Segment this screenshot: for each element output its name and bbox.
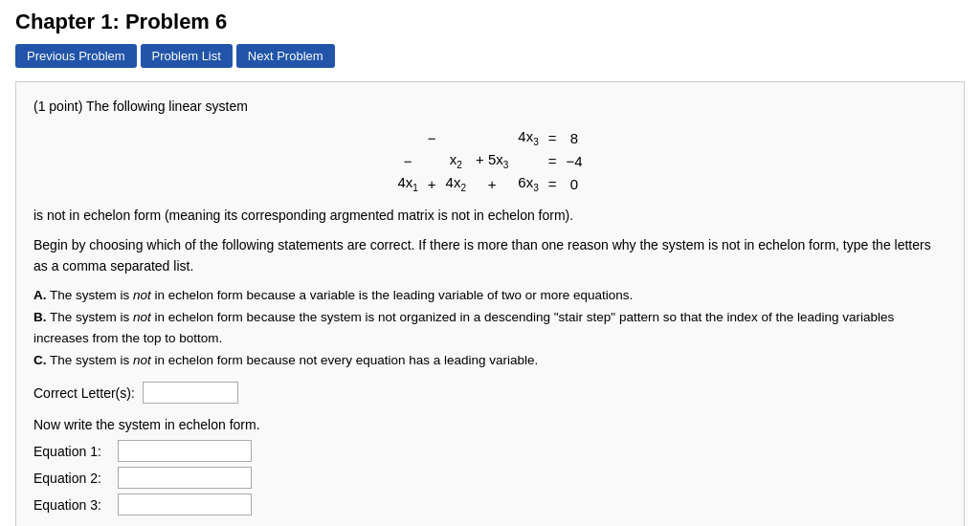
correct-letters-row: Correct Letter(s): xyxy=(33,382,947,404)
eq3-col2: 4x2 xyxy=(441,172,471,195)
problem-container: (1 point) The following linear system − … xyxy=(15,81,965,526)
choice-a-not: not xyxy=(133,288,151,302)
equation-3-input[interactable] xyxy=(118,493,252,515)
equation-1-input[interactable] xyxy=(118,440,252,462)
linear-system: − 4x3 = 8 − x2 + 5x3 = −4 4x1 + 4x2 + xyxy=(33,126,947,195)
eq1-col3: 4x3 xyxy=(513,126,543,149)
problem-intro: (1 point) The following linear system xyxy=(33,96,947,117)
echelon-section: Now write the system in echelon form. Eq… xyxy=(33,417,947,515)
eq2-op2: + 5x3 xyxy=(471,149,513,172)
equation-1-label: Equation 1: xyxy=(33,444,110,459)
eq2-col2: x2 xyxy=(441,149,471,172)
eq3-eq: = xyxy=(544,172,562,195)
eq1-col1 xyxy=(392,126,422,149)
choice-a-letter: A. xyxy=(33,288,47,302)
eq1-eq: = xyxy=(544,126,562,149)
equation-3-row: Equation 3: xyxy=(33,493,947,515)
choice-a: A. The system is not in echelon form bec… xyxy=(33,285,947,307)
choice-c-not: not xyxy=(133,353,151,367)
eq2-col3 xyxy=(513,149,543,172)
eq1-col2 xyxy=(441,126,471,149)
eq2-eq: = xyxy=(544,149,562,172)
equation-1-row: Equation 1: xyxy=(33,440,947,462)
eq2-op1 xyxy=(423,149,441,172)
not-echelon-text: is not in echelon form (meaning its corr… xyxy=(33,205,947,226)
eq3-rhs: 0 xyxy=(561,172,587,195)
eq1-op2 xyxy=(471,126,513,149)
choice-b-not: not xyxy=(133,310,151,324)
eq3-op1: + xyxy=(423,172,441,195)
eq3-col3: 6x3 xyxy=(513,172,543,195)
previous-problem-button[interactable]: Previous Problem xyxy=(15,44,137,68)
equation-2-row: Equation 2: xyxy=(33,467,947,489)
eq2-rhs: −4 xyxy=(561,149,587,172)
correct-letters-input[interactable] xyxy=(143,382,238,404)
problem-list-button[interactable]: Problem List xyxy=(141,44,233,68)
nav-buttons: Previous Problem Problem List Next Probl… xyxy=(15,44,965,68)
choice-b-letter: B. xyxy=(33,310,47,324)
equation-2-input[interactable] xyxy=(118,467,252,489)
equation-row-1: − 4x3 = 8 xyxy=(392,126,587,149)
eq1-rhs: 8 xyxy=(561,126,587,149)
equation-3-label: Equation 3: xyxy=(33,497,110,513)
choice-c: C. The system is not in echelon form bec… xyxy=(33,350,947,372)
page-title: Chapter 1: Problem 6 xyxy=(15,10,965,34)
eq3-col1: 4x1 xyxy=(392,172,422,195)
choice-b: B. The system is not in echelon form bec… xyxy=(33,307,947,351)
next-problem-button[interactable]: Next Problem xyxy=(236,44,335,68)
correct-letters-label: Correct Letter(s): xyxy=(33,385,135,401)
equation-2-label: Equation 2: xyxy=(33,471,110,486)
choices-list: A. The system is not in echelon form bec… xyxy=(33,285,947,373)
equation-row-2: − x2 + 5x3 = −4 xyxy=(392,149,587,172)
equation-table: − 4x3 = 8 − x2 + 5x3 = −4 4x1 + 4x2 + xyxy=(392,126,587,195)
instruction-text: Begin by choosing which of the following… xyxy=(33,234,947,277)
equation-row-3: 4x1 + 4x2 + 6x3 = 0 xyxy=(392,172,587,195)
eq1-op1: − xyxy=(423,126,441,149)
eq3-op2: + xyxy=(471,172,513,195)
echelon-section-label: Now write the system in echelon form. xyxy=(33,417,947,432)
choice-c-letter: C. xyxy=(33,353,47,367)
eq2-col1: − xyxy=(392,149,422,172)
